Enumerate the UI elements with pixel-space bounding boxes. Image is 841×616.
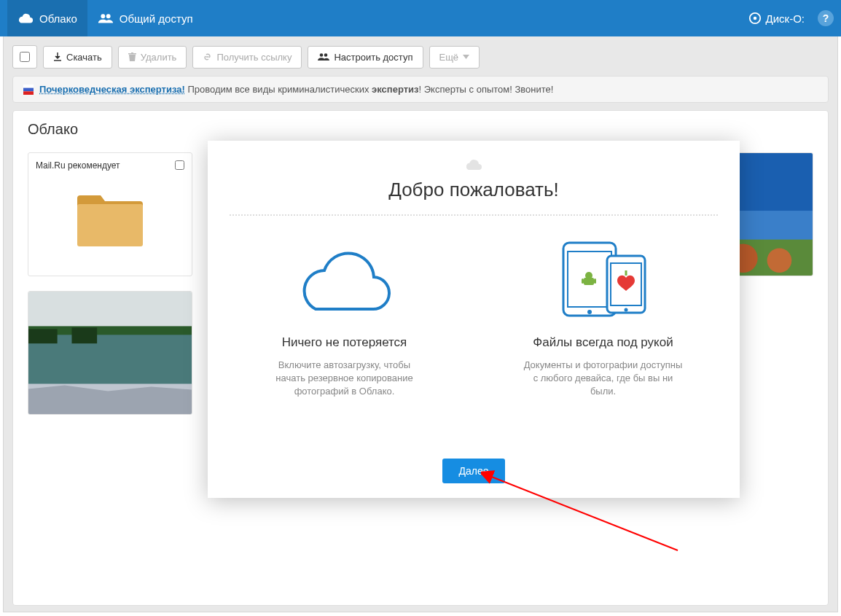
- select-all-checkbox[interactable]: [12, 45, 37, 69]
- delete-button[interactable]: Удалить: [118, 46, 187, 69]
- configure-access-label: Настроить доступ: [334, 52, 412, 63]
- svg-rect-29: [594, 278, 596, 284]
- modal-title: Добро пожаловать!: [388, 179, 559, 201]
- devices-icon: [556, 238, 651, 319]
- nav-cloud-tab[interactable]: Облако: [7, 0, 87, 36]
- modal-left-text: Включите автозагрузку, чтобы начать резе…: [265, 359, 425, 399]
- next-button[interactable]: Далее: [442, 459, 504, 483]
- svg-point-3: [753, 17, 756, 20]
- modal-left-heading: Ничего не потеряется: [282, 335, 407, 350]
- folder-card[interactable]: Mail.Ru рекомендует: [28, 152, 192, 276]
- nav-shared-label: Общий доступ: [120, 12, 193, 25]
- delete-label: Удалить: [141, 52, 177, 63]
- svg-point-32: [624, 308, 627, 312]
- ad-bold: экспертиз: [372, 84, 418, 95]
- nav-cloud-label: Облако: [39, 12, 77, 25]
- disko-label: Диск-О:: [766, 12, 805, 25]
- modal-divider: [230, 214, 718, 216]
- people-icon: [98, 12, 114, 24]
- svg-rect-8: [23, 91, 34, 95]
- people-small-icon: [318, 52, 329, 61]
- svg-rect-6: [23, 85, 34, 88]
- nav-shared-tab[interactable]: Общий доступ: [87, 0, 203, 36]
- download-button[interactable]: Скачать: [43, 46, 112, 69]
- image-thumb-2[interactable]: [28, 291, 192, 415]
- ad-link[interactable]: Почерковедческая экспертиза!: [39, 84, 185, 95]
- help-button[interactable]: ?: [818, 10, 834, 26]
- svg-rect-7: [23, 87, 34, 91]
- svg-point-5: [324, 53, 328, 57]
- modal-col-left: Ничего не потеряется Включите автозагруз…: [230, 235, 459, 399]
- modal-right-text: Документы и фотографии доступны с любого…: [523, 359, 684, 399]
- svg-point-4: [320, 53, 324, 57]
- getlink-label: Получить ссылку: [216, 52, 292, 63]
- configure-access-button[interactable]: Настроить доступ: [308, 46, 423, 69]
- svg-rect-33: [625, 270, 627, 276]
- more-label: Ещё: [439, 52, 459, 63]
- disko-link[interactable]: Диск-О:: [748, 12, 805, 25]
- svg-rect-20: [28, 329, 58, 343]
- svg-rect-28: [582, 278, 584, 284]
- folder-icon: [77, 191, 144, 248]
- ad-text-1: Проводим все виды криминалистических: [185, 84, 372, 95]
- svg-rect-9: [77, 204, 143, 246]
- modal-right-heading: Файлы всегда под рукой: [533, 335, 673, 350]
- toolbar: Скачать Удалить Получить ссылку Настроит…: [4, 36, 837, 76]
- chevron-down-icon: [463, 55, 469, 59]
- ad-flag-icon: [23, 85, 34, 95]
- getlink-button[interactable]: Получить ссылку: [192, 46, 302, 69]
- folder-card-checkbox[interactable]: [175, 160, 184, 170]
- folder-card-label: Mail.Ru рекомендует: [36, 160, 184, 171]
- svg-rect-21: [71, 327, 97, 343]
- modal-col-right: Файлы всегда под рукой Документы и фотог…: [488, 235, 718, 399]
- svg-point-25: [587, 310, 592, 314]
- select-all-input[interactable]: [20, 52, 30, 62]
- ad-text-2: ! Эксперты с опытом! Звоните!: [419, 84, 554, 95]
- download-icon: [53, 52, 62, 61]
- trash-icon: [128, 52, 136, 61]
- svg-point-1: [106, 14, 110, 18]
- svg-point-0: [101, 14, 105, 18]
- page-title: Облако: [28, 121, 813, 138]
- svg-point-16: [767, 248, 792, 273]
- disko-icon: [748, 12, 762, 25]
- cloud-icon: [17, 12, 34, 24]
- ad-banner[interactable]: Почерковедческая экспертиза! Проводим вс…: [12, 76, 829, 103]
- cloud-small-icon: [464, 158, 483, 171]
- cloud-outline-icon: [290, 242, 399, 315]
- top-bar: Облако Общий доступ Диск-О: ?: [0, 0, 841, 36]
- svg-point-27: [585, 272, 592, 279]
- download-label: Скачать: [66, 52, 102, 63]
- svg-rect-17: [28, 292, 192, 327]
- welcome-modal: Добро пожаловать! Ничего не потеряется В…: [208, 141, 740, 498]
- link-icon: [203, 52, 212, 61]
- more-button[interactable]: Ещё: [429, 46, 480, 69]
